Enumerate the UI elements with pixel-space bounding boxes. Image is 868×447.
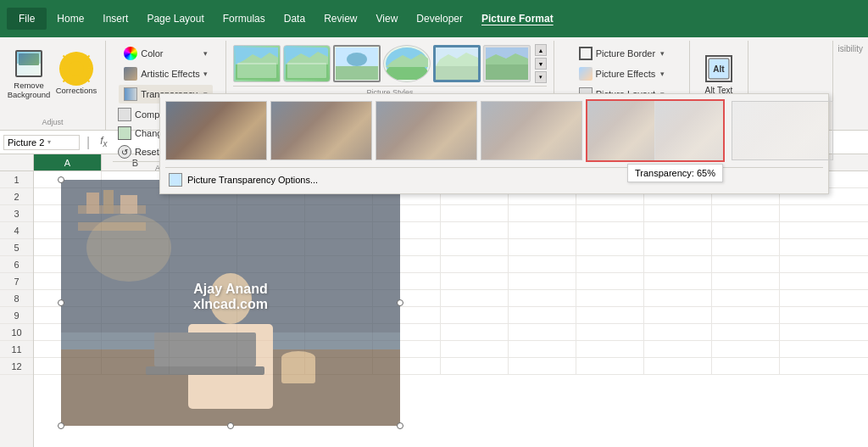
cell-k11[interactable]: [712, 341, 780, 358]
gallery-item-1[interactable]: [233, 45, 281, 82]
cell-h8[interactable]: [509, 290, 576, 307]
embedded-image[interactable]: Ajay Anand xlncad.com: [61, 180, 400, 426]
cell-h4[interactable]: [509, 222, 576, 239]
cell-k4[interactable]: [712, 222, 780, 239]
menu-insert[interactable]: Insert: [94, 8, 136, 30]
cell-h12[interactable]: [509, 358, 576, 375]
picture-transparency-options-link[interactable]: Picture Transparency Options...: [165, 167, 823, 188]
cell-g5[interactable]: [441, 239, 509, 256]
cell-g10[interactable]: [441, 324, 509, 341]
cell-h6[interactable]: [509, 256, 576, 273]
gallery-item-3[interactable]: [333, 45, 381, 82]
cell-h3[interactable]: [509, 205, 576, 222]
cell-g4[interactable]: [441, 222, 509, 239]
cell-j9[interactable]: [644, 307, 712, 324]
row-num-7[interactable]: 7: [0, 273, 33, 290]
transparency-thumb-0[interactable]: [165, 101, 267, 160]
row-num-12[interactable]: 12: [0, 358, 33, 375]
row-num-1[interactable]: 1: [0, 171, 33, 188]
cell-k10[interactable]: [712, 324, 780, 341]
handle-br[interactable]: [397, 422, 403, 429]
cell-j6[interactable]: [644, 256, 712, 273]
cell-j5[interactable]: [644, 239, 712, 256]
cell-k7[interactable]: [712, 273, 780, 290]
row-num-5[interactable]: 5: [0, 239, 33, 256]
row-num-8[interactable]: 8: [0, 290, 33, 307]
cell-j12[interactable]: [644, 358, 712, 375]
row-num-3[interactable]: 3: [0, 205, 33, 222]
cell-g11[interactable]: [441, 341, 509, 358]
menu-view[interactable]: View: [368, 8, 407, 30]
cell-g3[interactable]: [441, 205, 509, 222]
name-box[interactable]: Picture 2 ▾: [3, 135, 80, 150]
gallery-item-2[interactable]: [283, 45, 331, 82]
menu-data[interactable]: Data: [275, 8, 314, 30]
cell-i6[interactable]: [576, 256, 644, 273]
cell-h10[interactable]: [509, 324, 576, 341]
cell-h9[interactable]: [509, 307, 576, 324]
menu-review[interactable]: Review: [315, 8, 365, 30]
remove-background-button[interactable]: RemoveBackground: [7, 44, 51, 105]
menu-page-layout[interactable]: Page Layout: [138, 8, 212, 30]
cell-i12[interactable]: [576, 358, 644, 375]
cell-g12[interactable]: [441, 358, 509, 375]
menu-file[interactable]: File: [7, 8, 47, 30]
col-header-a[interactable]: A: [34, 154, 102, 170]
cell-g9[interactable]: [441, 307, 509, 324]
artistic-effects-button[interactable]: Artistic Effects ▾: [119, 64, 212, 83]
cell-k9[interactable]: [712, 307, 780, 324]
cell-h5[interactable]: [509, 239, 576, 256]
cell-k12[interactable]: [712, 358, 780, 375]
cell-k3[interactable]: [712, 205, 780, 222]
transparency-thumb-65[interactable]: [587, 101, 655, 160]
cell-g7[interactable]: [441, 273, 509, 290]
cell-k8[interactable]: [712, 290, 780, 307]
cell-i7[interactable]: [576, 273, 644, 290]
handle-ml[interactable]: [58, 299, 64, 306]
transparency-thumb-30[interactable]: [376, 101, 477, 160]
cell-k5[interactable]: [712, 239, 780, 256]
picture-border-button[interactable]: Picture Border ▾: [574, 44, 670, 63]
cell-g6[interactable]: [441, 256, 509, 273]
gallery-scroll-up[interactable]: ▲: [535, 44, 547, 56]
transparency-thumb-80[interactable]: [655, 101, 723, 160]
cell-i9[interactable]: [576, 307, 644, 324]
cell-k6[interactable]: [712, 256, 780, 273]
cell-i5[interactable]: [576, 239, 644, 256]
menu-developer[interactable]: Developer: [408, 8, 471, 30]
gallery-scroll-down[interactable]: ▼: [535, 58, 547, 70]
handle-mr[interactable]: [397, 299, 403, 306]
cell-j10[interactable]: [644, 324, 712, 341]
cell-i11[interactable]: [576, 341, 644, 358]
picture-effects-button[interactable]: Picture Effects ▾: [574, 64, 670, 83]
handle-bm[interactable]: [227, 422, 234, 429]
gallery-item-5[interactable]: [433, 45, 481, 82]
cell-i8[interactable]: [576, 290, 644, 307]
corrections-button[interactable]: Corrections: [54, 44, 98, 105]
gallery-item-4[interactable]: [383, 45, 431, 82]
cell-i10[interactable]: [576, 324, 644, 341]
row-num-11[interactable]: 11: [0, 341, 33, 358]
row-num-4[interactable]: 4: [0, 222, 33, 239]
transparency-thumb-15[interactable]: [270, 101, 372, 160]
cell-i4[interactable]: [576, 222, 644, 239]
row-num-10[interactable]: 10: [0, 324, 33, 341]
cell-g8[interactable]: [441, 290, 509, 307]
menu-formulas[interactable]: Formulas: [214, 8, 274, 30]
row-num-2[interactable]: 2: [0, 188, 33, 205]
transparency-thumb-95[interactable]: [732, 101, 833, 160]
color-button[interactable]: Color ▾: [119, 44, 212, 63]
cell-i3[interactable]: [576, 205, 644, 222]
row-num-6[interactable]: 6: [0, 256, 33, 273]
handle-bl[interactable]: [58, 422, 64, 429]
gallery-scroll-more[interactable]: ▾: [535, 71, 547, 83]
gallery-item-6[interactable]: [483, 45, 531, 82]
cell-j3[interactable]: [644, 205, 712, 222]
cell-j4[interactable]: [644, 222, 712, 239]
cell-h7[interactable]: [509, 273, 576, 290]
cell-j7[interactable]: [644, 273, 712, 290]
menu-home[interactable]: Home: [48, 8, 92, 30]
handle-tl[interactable]: [58, 176, 64, 183]
cell-j11[interactable]: [644, 341, 712, 358]
row-num-9[interactable]: 9: [0, 307, 33, 324]
